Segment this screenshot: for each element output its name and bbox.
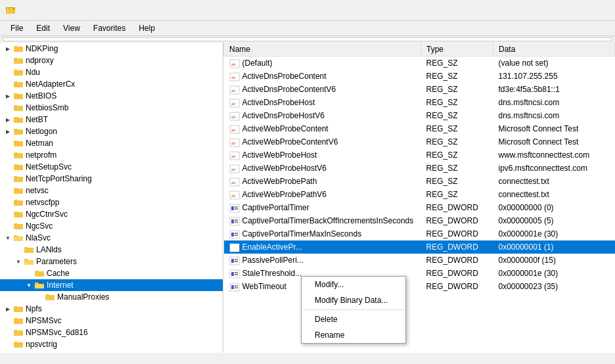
tree-item-Npfs[interactable]: ▶Npfs bbox=[0, 303, 223, 315]
tree-item-Cache[interactable]: Cache bbox=[0, 267, 223, 279]
maximize-button[interactable] bbox=[549, 3, 580, 18]
folder-icon-Netman bbox=[13, 138, 24, 148]
tree-item-NetbiosSmb[interactable]: NetbiosSmb bbox=[0, 102, 223, 114]
svg-rect-31 bbox=[14, 200, 18, 201]
svg-rect-2 bbox=[7, 9, 9, 10]
table-row[interactable]: abActiveDnsProbeHostV6REG_SZdns.msftncsi… bbox=[224, 109, 615, 122]
minimize-button[interactable] bbox=[519, 3, 549, 18]
tree-arrow-NPSMSvc_6d816 bbox=[3, 327, 13, 338]
tree-item-NetTcpPortSharing[interactable]: NetTcpPortSharing bbox=[0, 173, 223, 185]
tree-item-netvsc[interactable]: netvsc bbox=[0, 185, 223, 196]
menu-item-file[interactable]: File bbox=[5, 22, 28, 34]
right-panel: Name Type Data ab(Default)REG_SZ(value n… bbox=[223, 43, 615, 353]
tree-item-netprofm[interactable]: netprofm bbox=[0, 149, 223, 161]
svg-rect-81 bbox=[235, 208, 238, 210]
tree-item-NetBT[interactable]: ▶NetBT bbox=[0, 114, 223, 125]
table-row[interactable]: PassivePollPeri...REG_DWORD0x0000000f (1… bbox=[224, 254, 615, 267]
svg-rect-80 bbox=[235, 206, 238, 208]
table-row[interactable]: StaleThreshold...REG_DWORD0x0000001e (30… bbox=[224, 267, 615, 280]
tree-item-ManualProxies[interactable]: ManualProxies bbox=[0, 291, 223, 303]
tree-item-NgcSvc[interactable]: NgcSvc bbox=[0, 220, 223, 232]
svg-rect-83 bbox=[231, 219, 234, 223]
cell-type: REG_DWORD bbox=[421, 254, 493, 267]
tree-item-LANlds[interactable]: LANlds bbox=[0, 244, 223, 256]
tree-item-NetBIOS[interactable]: ▶NetBIOS bbox=[0, 90, 223, 102]
tree-arrow-NDKPing: ▶ bbox=[3, 43, 13, 54]
cell-data: (value not set) bbox=[493, 57, 615, 70]
tree-item-ndproxy[interactable]: ndproxy bbox=[0, 55, 223, 66]
folder-icon-NgcCtnrSvc bbox=[13, 209, 24, 219]
table-row[interactable]: WebTimeoutREG_DWORD0x00000023 (35) bbox=[224, 280, 615, 293]
table-row[interactable]: abActiveWebProbeHostREG_SZwww.msftconnec… bbox=[224, 148, 615, 162]
reg-value-icon bbox=[229, 256, 240, 266]
cell-name: EnableActivePr... bbox=[224, 240, 421, 254]
table-row[interactable]: abActiveDnsProbeHostREG_SZdns.msftncsi.c… bbox=[224, 96, 615, 109]
tree-label-NetTcpPortSharing: NetTcpPortSharing bbox=[26, 174, 92, 183]
svg-rect-13 bbox=[14, 93, 18, 95]
tree-label-Npfs: Npfs bbox=[26, 304, 42, 313]
svg-rect-97 bbox=[235, 261, 238, 262]
context-menu-item-modify-binary[interactable]: Modify Binary Data... bbox=[302, 292, 405, 308]
menu-item-edit[interactable]: Edit bbox=[31, 22, 55, 34]
tree-label-NetBT: NetBT bbox=[26, 115, 48, 124]
svg-rect-49 bbox=[14, 306, 18, 307]
menu-item-view[interactable]: View bbox=[58, 22, 85, 34]
table-row[interactable]: abActiveDnsProbeContentV6REG_SZfd3e:4f5a… bbox=[224, 83, 615, 96]
cell-data: connecttest.txt bbox=[493, 175, 615, 188]
table-row[interactable]: EnableActivePr...REG_DWORD0x00000001 (1) bbox=[224, 240, 615, 254]
tree-item-Internet[interactable]: ▼Internet bbox=[0, 279, 223, 291]
folder-icon-NPSMSvc_6d816 bbox=[13, 327, 24, 338]
tree-arrow-netprofm bbox=[3, 150, 13, 160]
tree-arrow-Internet: ▼ bbox=[24, 280, 34, 290]
context-menu-item-delete[interactable]: Delete bbox=[302, 311, 405, 327]
table-row[interactable]: abActiveWebProbePathREG_SZconnecttest.tx… bbox=[224, 175, 615, 188]
tree-item-NgcCtnrSvc[interactable]: NgcCtnrSvc bbox=[0, 208, 223, 220]
cell-name: abActiveWebProbePathV6 bbox=[224, 188, 421, 201]
table-row[interactable]: CaptivePortalTimerREG_DWORD0x00000000 (0… bbox=[224, 201, 615, 214]
cell-name: ab(Default) bbox=[224, 57, 421, 70]
table-row[interactable]: abActiveDnsProbeContentREG_SZ131.107.255… bbox=[224, 70, 615, 83]
table-row[interactable]: CaptivePortalTimerMaxInSecondsREG_DWORD0… bbox=[224, 227, 615, 240]
folder-icon-Ndu bbox=[13, 67, 24, 78]
svg-text:ab: ab bbox=[231, 114, 236, 120]
tree-item-NetSetupSvc[interactable]: NetSetupSvc bbox=[0, 161, 223, 173]
svg-rect-29 bbox=[14, 188, 18, 189]
tree-item-npsvctrig[interactable]: npsvctrig bbox=[0, 338, 223, 350]
menu-item-help[interactable]: Help bbox=[133, 22, 160, 34]
tree-item-Ndu[interactable]: Ndu bbox=[0, 66, 223, 78]
table-row[interactable]: ab(Default)REG_SZ(value not set) bbox=[224, 57, 615, 70]
tree-item-NDKPing[interactable]: ▶NDKPing bbox=[0, 43, 223, 55]
folder-icon-netprofm bbox=[13, 150, 24, 160]
tree-item-NPSMSvc_6d816[interactable]: NPSMSvc_6d816 bbox=[0, 327, 223, 338]
table-row[interactable]: abActiveWebProbeContentV6REG_SZMicrosoft… bbox=[224, 135, 615, 148]
table-row[interactable]: abActiveWebProbePathV6REG_SZconnecttest.… bbox=[224, 188, 615, 201]
cell-name: abActiveWebProbePath bbox=[224, 175, 421, 188]
tree-item-Netlogon[interactable]: ▶Netlogon bbox=[0, 125, 223, 137]
table-row[interactable]: abActiveWebProbeHostV6REG_SZipv6.msftcon… bbox=[224, 162, 615, 175]
context-menu-item-rename[interactable]: Rename bbox=[302, 327, 405, 343]
registry-editor-icon bbox=[5, 5, 16, 16]
table-row[interactable]: CaptivePortalTimerBackOffIncrementsInSec… bbox=[224, 214, 615, 227]
tree-label-Ndu: Ndu bbox=[26, 68, 40, 77]
address-bar bbox=[3, 37, 612, 41]
title-bar-controls bbox=[519, 3, 610, 18]
svg-rect-5 bbox=[14, 46, 18, 47]
tree-item-NPSMSvc[interactable]: NPSMSvc bbox=[0, 315, 223, 327]
tree-item-NetAdapterCx[interactable]: NetAdapterCx bbox=[0, 78, 223, 90]
cell-type: REG_SZ bbox=[421, 122, 493, 135]
tree-item-Parameters[interactable]: ▼Parameters bbox=[0, 256, 223, 267]
context-menu-item-modify[interactable]: Modify... bbox=[302, 277, 405, 292]
svg-marker-45 bbox=[35, 284, 44, 288]
tree-label-netvscfpp: netvscfpp bbox=[26, 198, 59, 207]
svg-rect-42 bbox=[35, 271, 44, 277]
table-row[interactable]: abActiveWebProbeContentREG_SZMicrosoft C… bbox=[224, 122, 615, 135]
tree-item-netvscfpp[interactable]: netvscfpp bbox=[0, 196, 223, 208]
tree-item-NlaSvc[interactable]: ▼NlaSvc bbox=[0, 232, 223, 244]
tree-label-NetAdapterCx: NetAdapterCx bbox=[26, 80, 75, 89]
menu-item-favorites[interactable]: Favorites bbox=[88, 22, 131, 34]
tree-item-Netman[interactable]: Netman bbox=[0, 137, 223, 149]
cell-type: REG_SZ bbox=[421, 135, 493, 148]
close-button[interactable] bbox=[580, 3, 610, 18]
tree-arrow-Npfs: ▶ bbox=[3, 304, 13, 314]
folder-icon-netvscfpp bbox=[13, 197, 24, 208]
